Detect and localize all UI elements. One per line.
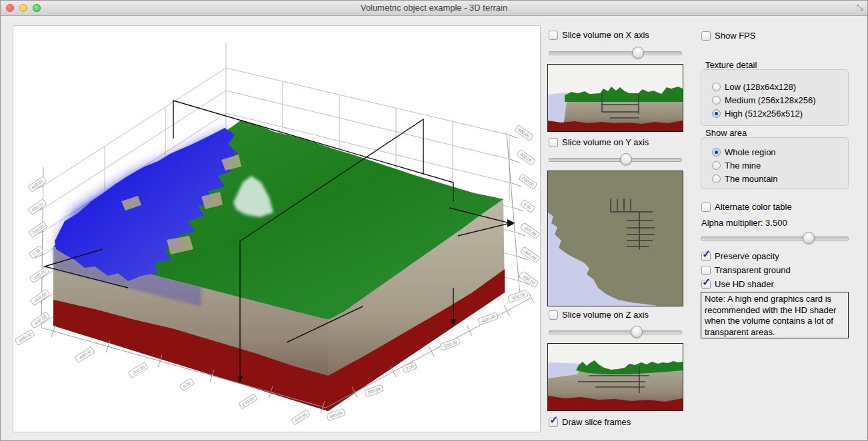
slider-thumb[interactable]: [632, 47, 644, 59]
window-title: Volumetric object example - 3D terrain: [1, 3, 867, 13]
hd-shader-note: Note: A high end graphics card is recomm…: [701, 292, 849, 338]
slice-y-checkbox[interactable]: Slice volume on Y axis: [549, 137, 649, 147]
radio-icon-selected: [712, 109, 721, 118]
radio-the-mine[interactable]: The mine: [712, 161, 761, 171]
slice-z-preview: [547, 343, 683, 411]
titlebar: Volumetric object example - 3D terrain ⤢: [1, 1, 867, 16]
slice-z-checkbox[interactable]: Slice volume on Z axis: [549, 310, 649, 320]
slice-y-slider[interactable]: [549, 153, 682, 166]
preserve-opacity-checkbox[interactable]: ✓ Preserve opacity: [701, 251, 779, 261]
draw-slice-frames-label: Draw slice frames: [562, 417, 631, 427]
checkbox-box: ✓: [701, 252, 711, 261]
slice-x-slider[interactable]: [549, 46, 682, 59]
radio-label: Whole region: [725, 147, 776, 157]
radio-label: The mine: [725, 161, 761, 171]
checkbox-box: [701, 203, 711, 212]
slider-thumb[interactable]: [631, 326, 643, 338]
terrain-3d-render: [13, 26, 541, 433]
slice-z-label: Slice volume on Z axis: [562, 310, 649, 320]
radio-label: The mountain: [725, 174, 778, 184]
checkbox-box: ✓: [549, 418, 558, 427]
check-icon: ✓: [702, 276, 711, 288]
check-icon: ✓: [549, 414, 558, 426]
transparent-ground-checkbox[interactable]: Transparent ground: [701, 265, 791, 275]
slice-y-label: Slice volume on Y axis: [562, 137, 649, 147]
radio-the-mountain[interactable]: The mountain: [712, 174, 778, 184]
draw-slice-frames-checkbox[interactable]: ✓ Draw slice frames: [549, 417, 631, 427]
texture-detail-group: Low (128x64x128) Medium (256x128x256) Hi…: [701, 69, 849, 126]
slice-x-label: Slice volume on X axis: [562, 30, 649, 40]
checkbox-box: ✓: [701, 280, 711, 289]
use-hd-shader-checkbox[interactable]: ✓ Use HD shader: [701, 279, 774, 289]
radio-icon: [712, 175, 721, 183]
checkbox-box: [549, 31, 558, 40]
show-area-group: Whole region The mine The mountain: [701, 137, 849, 189]
use-hd-shader-label: Use HD shader: [715, 279, 774, 289]
slider-track: [549, 330, 682, 334]
radio-texture-low[interactable]: Low (128x64x128): [712, 82, 796, 92]
checkbox-box: [701, 266, 711, 275]
check-icon: ✓: [702, 248, 711, 260]
alpha-multiplier-slider[interactable]: [701, 231, 849, 244]
fullscreen-icon[interactable]: ⤢: [855, 4, 865, 11]
slider-thumb[interactable]: [620, 153, 632, 165]
slice-x-checkbox[interactable]: Slice volume on X axis: [549, 30, 649, 40]
preserve-opacity-label: Preserve opacity: [715, 251, 779, 261]
radio-icon: [712, 83, 721, 91]
checkbox-box: [549, 138, 558, 147]
show-fps-checkbox[interactable]: Show FPS: [701, 31, 755, 41]
radio-texture-high[interactable]: High (512x256x512): [712, 109, 803, 119]
radio-icon: [712, 161, 721, 170]
slice-z-slider[interactable]: [549, 325, 682, 338]
show-area-title: Show area: [705, 128, 747, 138]
show-fps-label: Show FPS: [715, 31, 755, 41]
checkbox-box: [701, 31, 711, 41]
app-window: Volumetric object example - 3D terrain ⤢: [0, 0, 868, 441]
radio-whole-region[interactable]: Whole region: [712, 147, 776, 157]
radio-icon-selected: [712, 148, 721, 157]
alternate-color-table-label: Alternate color table: [715, 202, 792, 212]
alpha-multiplier-label: Alpha multiplier: 3.500: [701, 218, 787, 228]
slice-x-preview: [547, 64, 683, 132]
texture-detail-title: Texture detail: [705, 60, 757, 70]
radio-texture-medium[interactable]: Medium (256x128x256): [712, 95, 816, 105]
terrain-3d-viewport[interactable]: 600.00 400.00 200.00 0.00 -200.00 -400.0…: [13, 25, 541, 432]
radio-label: Medium (256x128x256): [725, 95, 816, 105]
slider-thumb[interactable]: [803, 232, 815, 244]
checkbox-box: [549, 310, 558, 320]
slider-track: [701, 236, 849, 240]
radio-label: Low (128x64x128): [725, 82, 796, 92]
alternate-color-table-checkbox[interactable]: Alternate color table: [701, 202, 792, 212]
slider-track: [549, 51, 682, 55]
radio-label: High (512x256x512): [725, 109, 803, 119]
radio-icon: [712, 96, 721, 105]
slice-y-preview: [547, 171, 683, 306]
slider-track: [549, 158, 682, 162]
transparent-ground-label: Transparent ground: [715, 265, 791, 275]
